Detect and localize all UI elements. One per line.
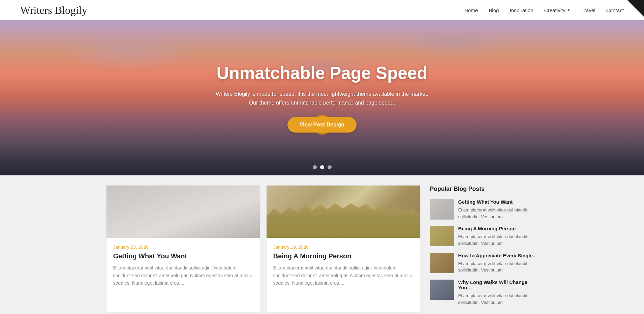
hero-subtitle: Writers Blogily is made for speed. It is… [216, 90, 428, 107]
post-body-1: January 23, 2020 Getting What You Want E… [106, 238, 260, 294]
sidebar-post-text-3: How to Appreciate Every Single... Etiam … [458, 253, 538, 274]
post-excerpt-2: Etiam placerat velit vitae dui blandit s… [273, 264, 413, 287]
nav-home[interactable]: Home [464, 7, 478, 13]
sidebar-post-title-1[interactable]: Getting What You Want [458, 199, 538, 205]
sidebar-post-text-2: Being A Morning Person Etiam placerat ve… [458, 226, 538, 247]
sidebar-thumb-1 [430, 199, 454, 220]
post-excerpt-1: Etiam placerat velit vitae dui blandit s… [113, 264, 253, 287]
sidebar-post-title-3[interactable]: How to Appreciate Every Single... [458, 253, 538, 258]
post-card-2: January 18, 2020 Being A Morning Person … [267, 185, 420, 312]
post-date-2: January 18, 2020 [273, 245, 413, 250]
hero-content: Unmatchable Page Speed Writers Blogily i… [209, 63, 435, 133]
sidebar-image-3 [430, 253, 454, 273]
sidebar-thumb-3 [430, 253, 454, 273]
post-date-1: January 23, 2020 [113, 245, 253, 250]
view-post-design-button[interactable]: View Post Design [287, 117, 357, 133]
main-container: January 23, 2020 Getting What You Want E… [86, 175, 558, 314]
nav-creativity[interactable]: Creativity ▼ [544, 7, 571, 13]
sidebar-post-title-4[interactable]: Why Long Walks Will Change You... [458, 280, 538, 290]
sidebar-post-2: Being A Morning Person Etiam placerat ve… [430, 226, 538, 247]
sidebar-post-excerpt-2: Etiam placerat velit vitae dui blandit s… [458, 233, 538, 247]
main-nav: Home Blog Inspiration Creativity ▼ Trave… [464, 7, 624, 13]
hero-section: Unmatchable Page Speed Writers Blogily i… [0, 20, 644, 175]
sidebar-image-4 [430, 280, 454, 300]
sidebar-post-text-1: Getting What You Want Etiam placerat vel… [458, 199, 538, 220]
sidebar: Popular Blog Posts Getting What You Want… [430, 185, 538, 312]
sidebar-thumb-2 [430, 226, 454, 246]
slider-dots [313, 165, 332, 169]
sidebar-post-text-4: Why Long Walks Will Change You... Etiam … [458, 280, 538, 306]
sidebar-post-3: How to Appreciate Every Single... Etiam … [430, 253, 538, 274]
nav-travel[interactable]: Travel [581, 7, 595, 13]
sidebar-title: Popular Blog Posts [430, 185, 538, 193]
site-header: Writers Blogily Home Blog Inspiration Cr… [0, 0, 644, 20]
sidebar-thumb-4 [430, 280, 454, 300]
sidebar-post-excerpt-4: Etiam placerat velit vitae dui blandit s… [458, 292, 538, 306]
hero-title: Unmatchable Page Speed [216, 63, 428, 83]
sidebar-image-2 [430, 226, 454, 246]
sidebar-post-title-2[interactable]: Being A Morning Person [458, 226, 538, 231]
slide-dot-3[interactable] [328, 165, 332, 169]
sidebar-post-1: Getting What You Want Etiam placerat vel… [430, 199, 538, 220]
post-title-2[interactable]: Being A Morning Person [273, 252, 413, 260]
sidebar-post-excerpt-1: Etiam placerat velit vitae dui blandit s… [458, 207, 538, 220]
sidebar-image-1 [430, 199, 454, 220]
post-card-1: January 23, 2020 Getting What You Want E… [106, 185, 260, 312]
slide-dot-2[interactable] [320, 165, 324, 169]
nav-blog[interactable]: Blog [489, 7, 499, 13]
post-body-2: January 18, 2020 Being A Morning Person … [267, 238, 420, 294]
slide-dot-1[interactable] [313, 165, 317, 169]
nav-contact[interactable]: Contact [606, 7, 624, 13]
sidebar-post-excerpt-3: Etiam placerat velit vitae dui blandit s… [458, 260, 538, 274]
sidebar-post-4: Why Long Walks Will Change You... Etiam … [430, 280, 538, 306]
posts-grid: January 23, 2020 Getting What You Want E… [106, 185, 420, 312]
post-image-2 [267, 185, 420, 238]
post-image-1 [106, 185, 260, 238]
chevron-down-icon: ▼ [567, 8, 571, 12]
corner-badge [627, 0, 644, 17]
nav-inspiration[interactable]: Inspiration [510, 7, 533, 13]
site-logo[interactable]: Writers Blogily [20, 4, 87, 17]
post-title-1[interactable]: Getting What You Want [113, 252, 253, 260]
